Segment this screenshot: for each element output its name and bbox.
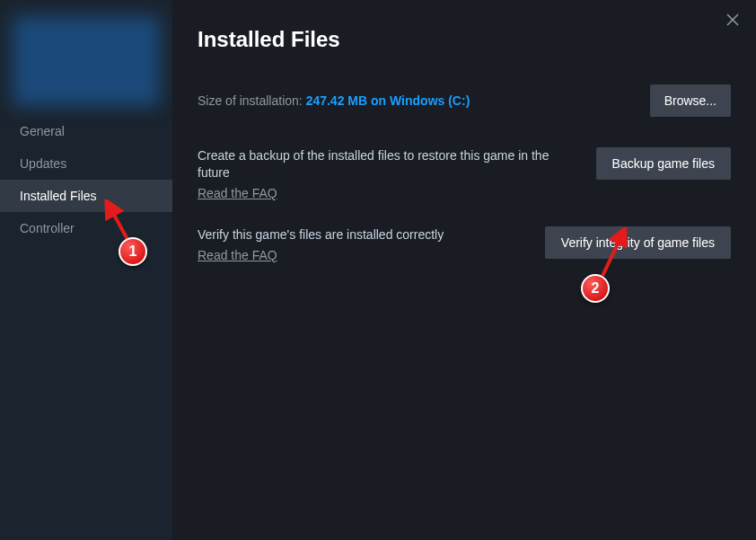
verify-faq-link[interactable]: Read the FAQ: [198, 248, 277, 262]
backup-section: Create a backup of the installed files t…: [198, 147, 731, 201]
content-panel: Installed Files Size of installation: 24…: [172, 0, 756, 540]
backup-game-files-button[interactable]: Backup game files: [596, 147, 731, 180]
sidebar: General Updates Installed Files Controll…: [0, 0, 172, 540]
verify-integrity-button[interactable]: Verify integrity of game files: [545, 226, 731, 259]
sidebar-item-controller[interactable]: Controller: [0, 212, 172, 244]
backup-description: Create a backup of the installed files t…: [198, 147, 578, 181]
properties-window: General Updates Installed Files Controll…: [0, 0, 756, 540]
verify-text: Verify this game's files are installed c…: [198, 226, 545, 263]
sidebar-item-updates[interactable]: Updates: [0, 147, 172, 180]
close-button[interactable]: [724, 11, 742, 29]
sidebar-item-installed-files[interactable]: Installed Files: [0, 180, 172, 212]
browse-button[interactable]: Browse...: [650, 84, 731, 117]
game-header-image: [13, 16, 160, 106]
installation-size-value: 247.42 MB on Windows (C:): [306, 93, 470, 108]
verify-section: Verify this game's files are installed c…: [198, 226, 731, 263]
installation-size-text: Size of installation: 247.42 MB on Windo…: [198, 93, 470, 108]
installation-size-row: Size of installation: 247.42 MB on Windo…: [198, 84, 731, 117]
sidebar-item-general[interactable]: General: [0, 115, 172, 147]
page-title: Installed Files: [198, 27, 731, 52]
backup-text: Create a backup of the installed files t…: [198, 147, 596, 201]
verify-description: Verify this game's files are installed c…: [198, 226, 527, 243]
close-icon: [726, 13, 739, 26]
backup-faq-link[interactable]: Read the FAQ: [198, 186, 277, 200]
installation-size-label: Size of installation:: [198, 93, 306, 108]
